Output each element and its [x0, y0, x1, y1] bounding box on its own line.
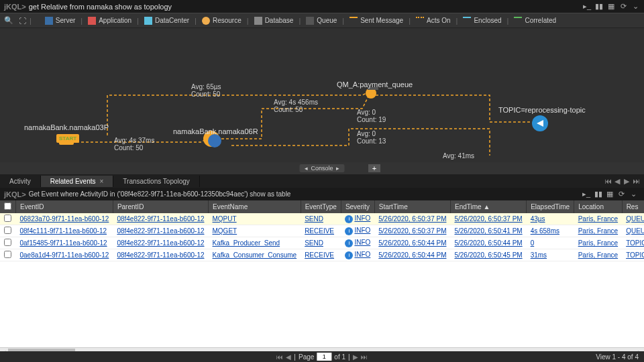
- legend-correlated: Correlated: [514, 17, 556, 25]
- row-checkbox[interactable]: [4, 215, 11, 222]
- col-elapsedtime[interactable]: ElapsedTime: [527, 200, 574, 213]
- table-row[interactable]: 06823a70-9f71-11ea-b600-1208f4e822-9f71-…: [0, 213, 644, 225]
- cell-severity[interactable]: iINFO: [341, 249, 374, 261]
- chart-icon[interactable]: ▮▮: [594, 2, 604, 11]
- refresh-icon[interactable]: ⟳: [619, 2, 628, 11]
- table-row[interactable]: 08f4c111-9f71-11ea-b600-1208f4e822-9f71-…: [0, 225, 644, 237]
- refresh-icon[interactable]: ⟳: [619, 190, 628, 198]
- col-starttime[interactable]: StartTime: [374, 200, 450, 213]
- lower-query-text[interactable]: Get Event where ActivityID in ('08f4e822…: [29, 190, 291, 198]
- chevron-down-icon[interactable]: ⌄: [631, 2, 640, 11]
- node-namaka06r[interactable]: namakaBank.namaka06R: [173, 127, 258, 135]
- next-page-icon[interactable]: ▶: [353, 353, 358, 361]
- chart-icon[interactable]: ▮▮: [594, 190, 604, 198]
- cell-severity[interactable]: iINFO: [341, 237, 374, 249]
- chevron-down-icon[interactable]: ⌄: [631, 190, 640, 198]
- cell-endtime[interactable]: 5/26/2020, 6:50:37 PM: [450, 213, 526, 225]
- prompt-label: jKQL>: [4, 3, 26, 11]
- cell-parentid[interactable]: 08f4e822-9f71-11ea-b600-12: [113, 249, 208, 261]
- close-icon[interactable]: ×: [100, 178, 104, 185]
- table-row[interactable]: 0ae8a1d4-9f71-11ea-b600-1208f4e822-9f71-…: [0, 249, 644, 261]
- cell-parentid[interactable]: 08f4e822-9f71-11ea-b600-12: [113, 225, 208, 237]
- cell-resource[interactable]: TOPIC=reprocessin: [622, 249, 644, 261]
- calendar-icon[interactable]: ▦: [606, 190, 616, 198]
- calendar-icon[interactable]: ▦: [606, 2, 616, 11]
- page-input[interactable]: [317, 353, 331, 361]
- cell-eventtype[interactable]: SEND: [301, 213, 341, 225]
- cell-starttime[interactable]: 5/26/2020, 6:50:44 PM: [374, 249, 450, 261]
- console-toggle[interactable]: ◂ Console ▸: [299, 164, 344, 172]
- cell-eventname[interactable]: MQGET: [209, 225, 301, 237]
- lower-tabs: Activity Related Events× Transactions To…: [0, 174, 644, 188]
- topology-canvas[interactable]: START namakaBank.namaka03P namakaBank.na…: [0, 28, 644, 162]
- cell-eventid[interactable]: 08f4c111-9f71-11ea-b600-12: [16, 225, 113, 237]
- col-resource[interactable]: Res: [622, 200, 644, 213]
- cell-resource[interactable]: QUEUE=QM_A:pay: [622, 225, 644, 237]
- query-text[interactable]: get Relative from namaka show as topolog…: [29, 3, 172, 11]
- cell-eventtype[interactable]: SEND: [301, 237, 341, 249]
- row-checkbox[interactable]: [4, 251, 11, 258]
- zoom-in-icon[interactable]: 🔍: [3, 15, 15, 27]
- add-tab-button[interactable]: +: [368, 164, 380, 172]
- cell-starttime[interactable]: 5/26/2020, 6:50:37 PM: [374, 213, 450, 225]
- cell-elapsed[interactable]: 43µs: [527, 213, 574, 225]
- last-icon[interactable]: ⏭: [632, 177, 640, 186]
- cell-severity[interactable]: iINFO: [341, 213, 374, 225]
- tab-activity[interactable]: Activity: [0, 176, 41, 187]
- cell-location[interactable]: Paris, France: [574, 249, 622, 261]
- cell-severity[interactable]: iINFO: [341, 225, 374, 237]
- cell-eventtype[interactable]: RECEIVE: [301, 249, 341, 261]
- cell-resource[interactable]: TOPIC=reprocessin: [622, 237, 644, 249]
- cell-eventtype[interactable]: RECEIVE: [301, 225, 341, 237]
- col-eventname[interactable]: EventName: [209, 200, 301, 213]
- cell-location[interactable]: Paris, France: [574, 237, 622, 249]
- cell-eventname[interactable]: Kafka_Consumer_Consume: [209, 249, 301, 261]
- table-row[interactable]: 0af15485-9f71-11ea-b600-1208f4e822-9f71-…: [0, 237, 644, 249]
- prev-icon[interactable]: ◀: [613, 177, 621, 186]
- cell-parentid[interactable]: 08f4e822-9f71-11ea-b600-12: [113, 213, 208, 225]
- tab-related-events[interactable]: Related Events×: [41, 176, 114, 187]
- col-eventtype[interactable]: EventType: [301, 200, 341, 213]
- cell-location[interactable]: Paris, France: [574, 225, 622, 237]
- cell-parentid[interactable]: 08f4e822-9f71-11ea-b600-12: [113, 237, 208, 249]
- node-reprocessing-topic[interactable]: TOPIC=reprocessing-topic: [498, 106, 586, 114]
- select-all-checkbox[interactable]: [4, 202, 11, 210]
- row-checkbox[interactable]: [4, 239, 11, 246]
- next-icon[interactable]: ▶: [623, 177, 631, 186]
- first-icon[interactable]: ⏮: [604, 177, 612, 186]
- cell-endtime[interactable]: 5/26/2020, 6:50:45 PM: [450, 249, 526, 261]
- cell-resource[interactable]: QUEUE=QM_A:pay: [622, 213, 644, 225]
- cell-elapsed[interactable]: 4s 658ms: [527, 225, 574, 237]
- col-endtime[interactable]: EndTime ▲: [450, 200, 526, 213]
- cell-eventname[interactable]: MQPUT: [209, 213, 301, 225]
- node-namaka03p[interactable]: namakaBank.namaka03P: [24, 123, 109, 131]
- cell-starttime[interactable]: 5/26/2020, 6:50:44 PM: [374, 237, 450, 249]
- cell-eventid[interactable]: 0af15485-9f71-11ea-b600-12: [16, 237, 113, 249]
- cell-location[interactable]: Paris, France: [574, 213, 622, 225]
- view-count: View 1 - 4 of 4: [596, 353, 644, 361]
- cell-elapsed[interactable]: 0: [527, 237, 574, 249]
- col-eventid[interactable]: EventID: [16, 200, 113, 213]
- cell-eventid[interactable]: 0ae8a1d4-9f71-11ea-b600-12: [16, 249, 113, 261]
- fullscreen-icon[interactable]: ⛶: [16, 15, 28, 27]
- tab-transactions-topology[interactable]: Transactions Topology: [113, 176, 200, 187]
- cell-endtime[interactable]: 5/26/2020, 6:50:41 PM: [450, 225, 526, 237]
- console-icon[interactable]: ▸_: [582, 2, 592, 11]
- console-icon[interactable]: ▸_: [582, 190, 592, 198]
- cell-eventname[interactable]: Kafka_Producer_Send: [209, 237, 301, 249]
- node-payment-queue[interactable]: QM_A:payment_queue: [337, 80, 413, 88]
- cell-elapsed[interactable]: 31ms: [527, 249, 574, 261]
- legend-queue: Queue: [306, 17, 337, 25]
- first-page-icon[interactable]: ⏮: [276, 353, 283, 361]
- results-table-wrap[interactable]: EventID ParentID EventName EventType Sev…: [0, 200, 644, 347]
- header-icons: ▸_ ▮▮ ▦ ⟳ ⌄: [582, 2, 640, 11]
- prev-page-icon[interactable]: ◀: [286, 353, 291, 361]
- row-checkbox[interactable]: [4, 227, 11, 234]
- cell-endtime[interactable]: 5/26/2020, 6:50:44 PM: [450, 237, 526, 249]
- col-severity[interactable]: Severity: [341, 200, 374, 213]
- col-parentid[interactable]: ParentID: [113, 200, 208, 213]
- last-page-icon[interactable]: ⏭: [361, 353, 368, 361]
- cell-starttime[interactable]: 5/26/2020, 6:50:37 PM: [374, 225, 450, 237]
- col-location[interactable]: Location: [574, 200, 622, 213]
- cell-eventid[interactable]: 06823a70-9f71-11ea-b600-12: [16, 213, 113, 225]
